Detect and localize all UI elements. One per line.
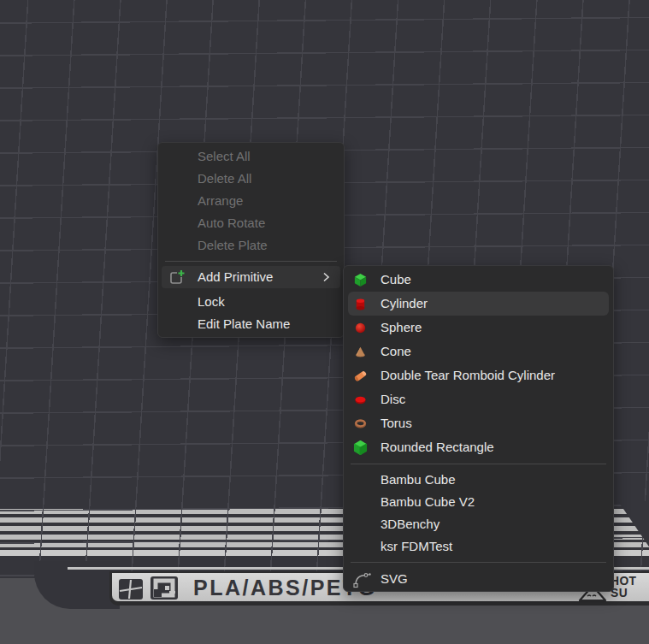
submenu-item-cone[interactable]: Cone — [344, 340, 613, 363]
disc-icon — [353, 393, 368, 407]
rounded-rectangle-icon — [353, 440, 368, 455]
sphere-icon — [353, 321, 368, 335]
cube-icon — [353, 273, 368, 287]
menu-item-delete-all: Delete All — [158, 168, 344, 190]
menu-item-edit-plate-name[interactable]: Edit Plate Name — [158, 313, 344, 335]
menu-item-add-primitive[interactable]: Add Primitive — [162, 266, 340, 288]
bezier-curve-icon — [353, 572, 371, 589]
bambu-pinwheel-logo-icon — [119, 579, 143, 600]
torus-icon — [353, 417, 368, 431]
plate-context-menu: Select All Delete All Arrange Auto Rotat… — [157, 142, 345, 338]
submenu-item-3dbenchy[interactable]: 3DBenchy — [344, 513, 613, 535]
menu-item-auto-rotate: Auto Rotate — [158, 212, 344, 234]
submenu-item-bambu-cube[interactable]: Bambu Cube — [344, 469, 613, 491]
menu-separator — [165, 261, 337, 262]
submenu-item-sphere[interactable]: Sphere — [344, 316, 613, 340]
menu-item-arrange: Arrange — [158, 190, 344, 212]
bambu-monogram-logo-icon — [150, 576, 178, 600]
cone-icon — [353, 345, 368, 359]
submenu-item-double-tear-romboid-cylinder[interactable]: Double Tear Romboid Cylinder — [344, 363, 613, 387]
menu-item-select-all: Select All — [158, 145, 344, 168]
slicer-viewport: PLA/ABS/PETG HOT SU Select All Delete Al… — [0, 0, 649, 644]
submenu-item-cylinder[interactable]: Cylinder — [348, 292, 609, 316]
submenu-item-svg[interactable]: SVG — [344, 567, 613, 591]
submenu-separator — [351, 562, 606, 563]
submenu-item-rounded-rectangle[interactable]: Rounded Rectangle — [344, 435, 613, 459]
submenu-item-disc[interactable]: Disc — [344, 387, 613, 411]
submenu-chevron-icon — [318, 269, 333, 285]
submenu-separator — [351, 464, 606, 464]
submenu-item-ksr-fdmtest[interactable]: ksr FDMTest — [344, 535, 613, 558]
submenu-item-bambu-cube-v2[interactable]: Bambu Cube V2 — [344, 491, 613, 513]
add-primitive-icon — [169, 269, 186, 286]
hot-surface-warning-text: HOT SU — [611, 575, 649, 599]
menu-item-delete-plate: Delete Plate — [158, 234, 344, 257]
romboid-cylinder-icon — [353, 369, 368, 383]
menu-item-lock[interactable]: Lock — [158, 291, 344, 313]
add-primitive-submenu: Cube Cylinder — [343, 265, 614, 592]
cylinder-icon — [353, 297, 368, 311]
submenu-item-torus[interactable]: Torus — [344, 411, 613, 435]
submenu-item-cube[interactable]: Cube — [344, 268, 613, 292]
